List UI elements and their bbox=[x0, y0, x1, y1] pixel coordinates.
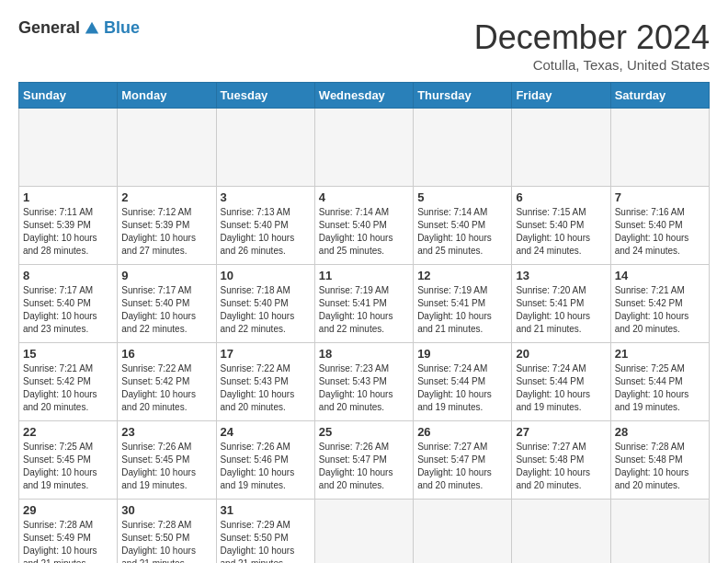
calendar-cell bbox=[118, 109, 216, 187]
day-number: 1 bbox=[23, 190, 113, 204]
day-number: 10 bbox=[221, 269, 311, 282]
calendar-cell: 21Sunrise: 7:25 AM Sunset: 5:44 PM Dayli… bbox=[610, 343, 709, 421]
day-number: 11 bbox=[319, 269, 409, 282]
calendar-cell: 3Sunrise: 7:13 AM Sunset: 5:40 PM Daylig… bbox=[216, 187, 314, 265]
cell-text: Sunrise: 7:15 AM Sunset: 5:40 PM Dayligh… bbox=[516, 206, 606, 258]
calendar-cell bbox=[414, 109, 512, 187]
calendar-cell bbox=[512, 500, 610, 564]
cell-text: Sunrise: 7:19 AM Sunset: 5:41 PM Dayligh… bbox=[319, 284, 409, 336]
cell-text: Sunrise: 7:20 AM Sunset: 5:41 PM Dayligh… bbox=[516, 284, 606, 336]
day-number: 7 bbox=[615, 190, 705, 204]
day-number: 23 bbox=[121, 425, 211, 439]
calendar-cell bbox=[610, 109, 709, 187]
calendar-header-thursday: Thursday bbox=[414, 83, 512, 109]
title-area: December 2024 Cotulla, Texas, United Sta… bbox=[474, 18, 710, 73]
day-number: 2 bbox=[121, 190, 211, 204]
calendar-cell: 11Sunrise: 7:19 AM Sunset: 5:41 PM Dayli… bbox=[314, 265, 413, 343]
cell-text: Sunrise: 7:22 AM Sunset: 5:43 PM Dayligh… bbox=[221, 362, 311, 414]
day-number: 25 bbox=[319, 425, 409, 439]
calendar-header-saturday: Saturday bbox=[610, 83, 709, 109]
cell-text: Sunrise: 7:22 AM Sunset: 5:42 PM Dayligh… bbox=[121, 362, 211, 414]
calendar-cell: 7Sunrise: 7:16 AM Sunset: 5:40 PM Daylig… bbox=[610, 187, 709, 265]
day-number: 31 bbox=[221, 503, 311, 517]
calendar-cell: 9Sunrise: 7:17 AM Sunset: 5:40 PM Daylig… bbox=[118, 265, 216, 343]
cell-text: Sunrise: 7:26 AM Sunset: 5:47 PM Dayligh… bbox=[319, 441, 409, 492]
cell-text: Sunrise: 7:26 AM Sunset: 5:46 PM Dayligh… bbox=[221, 441, 311, 492]
day-number: 3 bbox=[221, 190, 311, 204]
cell-text: Sunrise: 7:16 AM Sunset: 5:40 PM Dayligh… bbox=[615, 206, 705, 258]
calendar-header-row: SundayMondayTuesdayWednesdayThursdayFrid… bbox=[19, 83, 710, 109]
calendar-cell bbox=[19, 109, 118, 187]
calendar-cell bbox=[216, 109, 314, 187]
calendar-header-friday: Friday bbox=[512, 83, 610, 109]
calendar-week-3: 15Sunrise: 7:21 AM Sunset: 5:42 PM Dayli… bbox=[19, 343, 710, 421]
cell-text: Sunrise: 7:24 AM Sunset: 5:44 PM Dayligh… bbox=[516, 362, 606, 414]
calendar-cell bbox=[610, 500, 709, 564]
calendar-cell: 15Sunrise: 7:21 AM Sunset: 5:42 PM Dayli… bbox=[19, 343, 118, 421]
cell-text: Sunrise: 7:21 AM Sunset: 5:42 PM Dayligh… bbox=[23, 362, 113, 414]
day-number: 26 bbox=[417, 425, 507, 439]
calendar-week-0 bbox=[19, 109, 710, 187]
calendar-cell: 5Sunrise: 7:14 AM Sunset: 5:40 PM Daylig… bbox=[414, 187, 512, 265]
day-number: 24 bbox=[221, 425, 311, 439]
calendar-cell: 19Sunrise: 7:24 AM Sunset: 5:44 PM Dayli… bbox=[414, 343, 512, 421]
cell-text: Sunrise: 7:25 AM Sunset: 5:45 PM Dayligh… bbox=[23, 441, 113, 492]
day-number: 28 bbox=[615, 425, 705, 439]
cell-text: Sunrise: 7:27 AM Sunset: 5:47 PM Dayligh… bbox=[417, 441, 507, 492]
calendar-cell: 29Sunrise: 7:28 AM Sunset: 5:49 PM Dayli… bbox=[19, 500, 118, 564]
header: General Blue December 2024 Cotulla, Texa… bbox=[18, 18, 710, 73]
calendar-cell: 13Sunrise: 7:20 AM Sunset: 5:41 PM Dayli… bbox=[512, 265, 610, 343]
cell-text: Sunrise: 7:24 AM Sunset: 5:44 PM Dayligh… bbox=[417, 362, 507, 414]
day-number: 4 bbox=[319, 190, 409, 204]
svg-marker-0 bbox=[85, 21, 98, 33]
calendar-cell bbox=[314, 109, 413, 187]
calendar-header-tuesday: Tuesday bbox=[216, 83, 314, 109]
calendar-cell: 31Sunrise: 7:29 AM Sunset: 5:50 PM Dayli… bbox=[216, 500, 314, 564]
day-number: 21 bbox=[615, 347, 705, 361]
calendar-cell bbox=[314, 500, 413, 564]
logo-icon bbox=[84, 20, 100, 37]
calendar-cell: 27Sunrise: 7:27 AM Sunset: 5:48 PM Dayli… bbox=[512, 421, 610, 500]
cell-text: Sunrise: 7:13 AM Sunset: 5:40 PM Dayligh… bbox=[221, 206, 311, 258]
calendar-cell: 22Sunrise: 7:25 AM Sunset: 5:45 PM Dayli… bbox=[19, 421, 118, 500]
cell-text: Sunrise: 7:18 AM Sunset: 5:40 PM Dayligh… bbox=[221, 284, 311, 336]
day-number: 17 bbox=[221, 347, 311, 361]
calendar-cell: 2Sunrise: 7:12 AM Sunset: 5:39 PM Daylig… bbox=[118, 187, 216, 265]
day-number: 29 bbox=[23, 503, 113, 517]
cell-text: Sunrise: 7:14 AM Sunset: 5:40 PM Dayligh… bbox=[417, 206, 507, 258]
cell-text: Sunrise: 7:11 AM Sunset: 5:39 PM Dayligh… bbox=[23, 206, 113, 258]
day-number: 8 bbox=[23, 269, 113, 282]
calendar-cell: 12Sunrise: 7:19 AM Sunset: 5:41 PM Dayli… bbox=[414, 265, 512, 343]
logo: General Blue bbox=[18, 18, 140, 38]
day-number: 5 bbox=[417, 190, 507, 204]
cell-text: Sunrise: 7:17 AM Sunset: 5:40 PM Dayligh… bbox=[23, 284, 113, 336]
day-number: 27 bbox=[516, 425, 606, 439]
calendar-header-sunday: Sunday bbox=[19, 83, 118, 109]
calendar-cell bbox=[512, 109, 610, 187]
day-number: 18 bbox=[319, 347, 409, 361]
calendar-cell: 24Sunrise: 7:26 AM Sunset: 5:46 PM Dayli… bbox=[216, 421, 314, 500]
day-number: 12 bbox=[417, 269, 507, 282]
calendar-cell: 23Sunrise: 7:26 AM Sunset: 5:45 PM Dayli… bbox=[118, 421, 216, 500]
day-number: 30 bbox=[121, 503, 211, 517]
calendar-cell: 25Sunrise: 7:26 AM Sunset: 5:47 PM Dayli… bbox=[314, 421, 413, 500]
cell-text: Sunrise: 7:25 AM Sunset: 5:44 PM Dayligh… bbox=[615, 362, 705, 414]
cell-text: Sunrise: 7:27 AM Sunset: 5:48 PM Dayligh… bbox=[516, 441, 606, 492]
day-number: 14 bbox=[615, 269, 705, 282]
day-number: 20 bbox=[516, 347, 606, 361]
calendar-cell: 18Sunrise: 7:23 AM Sunset: 5:43 PM Dayli… bbox=[314, 343, 413, 421]
day-number: 9 bbox=[121, 269, 211, 282]
calendar-cell: 16Sunrise: 7:22 AM Sunset: 5:42 PM Dayli… bbox=[118, 343, 216, 421]
calendar-cell: 17Sunrise: 7:22 AM Sunset: 5:43 PM Dayli… bbox=[216, 343, 314, 421]
logo-blue: Blue bbox=[104, 18, 140, 38]
cell-text: Sunrise: 7:28 AM Sunset: 5:49 PM Dayligh… bbox=[23, 519, 113, 563]
cell-text: Sunrise: 7:23 AM Sunset: 5:43 PM Dayligh… bbox=[319, 362, 409, 414]
calendar-cell: 6Sunrise: 7:15 AM Sunset: 5:40 PM Daylig… bbox=[512, 187, 610, 265]
day-number: 13 bbox=[516, 269, 606, 282]
cell-text: Sunrise: 7:28 AM Sunset: 5:48 PM Dayligh… bbox=[615, 441, 705, 492]
calendar-cell: 28Sunrise: 7:28 AM Sunset: 5:48 PM Dayli… bbox=[610, 421, 709, 500]
day-number: 16 bbox=[121, 347, 211, 361]
cell-text: Sunrise: 7:12 AM Sunset: 5:39 PM Dayligh… bbox=[121, 206, 211, 258]
calendar: SundayMondayTuesdayWednesdayThursdayFrid… bbox=[18, 82, 710, 563]
calendar-cell: 26Sunrise: 7:27 AM Sunset: 5:47 PM Dayli… bbox=[414, 421, 512, 500]
